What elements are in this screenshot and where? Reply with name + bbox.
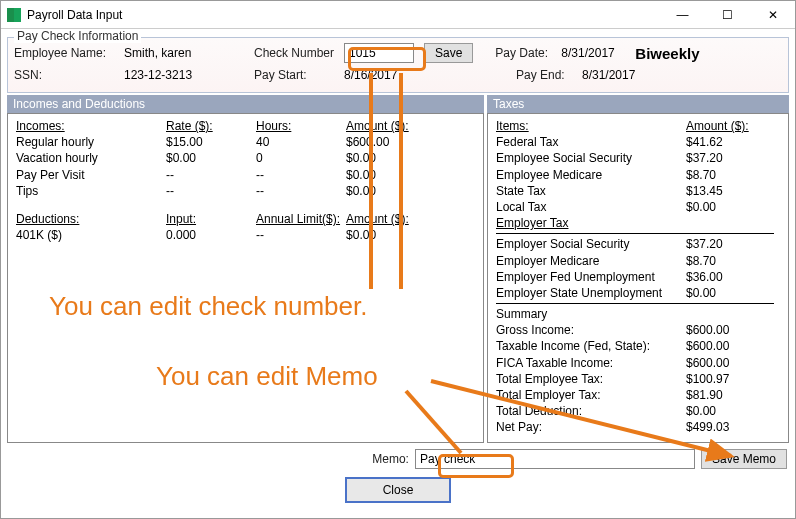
summary-header: Summary — [496, 306, 780, 322]
save-memo-button[interactable]: Save Memo — [701, 449, 787, 469]
deductions-col-input: Input: — [166, 211, 256, 227]
table-row: Local Tax$0.00 — [496, 199, 780, 215]
table-row: 401K ($)0.000--$0.00 — [16, 227, 475, 243]
employee-name-value: Smith, karen — [124, 46, 254, 60]
table-row: State Tax$13.45 — [496, 183, 780, 199]
window-title: Payroll Data Input — [27, 8, 122, 22]
taxes-col-amount: Amount ($): — [686, 118, 780, 134]
table-row: Net Pay:$499.03 — [496, 419, 780, 435]
maximize-button[interactable]: ☐ — [705, 1, 750, 29]
titlebar: Payroll Data Input — ☐ ✕ — [1, 1, 795, 29]
incomes-col-rate: Rate ($): — [166, 118, 256, 134]
section-headers: Incomes and Deductions Taxes — [7, 95, 789, 113]
table-row: Vacation hourly$0.000$0.00 — [16, 150, 475, 166]
incomes-table: Incomes: Rate ($): Hours: Amount ($): Re… — [16, 118, 475, 199]
minimize-button[interactable]: — — [660, 1, 705, 29]
memo-input[interactable] — [415, 449, 695, 469]
memo-row: Memo: Save Memo — [1, 449, 787, 469]
pay-start-value: 8/16/2017 — [344, 68, 516, 82]
memo-label: Memo: — [372, 452, 409, 466]
table-row: Employee Social Security$37.20 — [496, 150, 780, 166]
pay-end-value: 8/31/2017 — [582, 68, 635, 82]
table-row: Total Deduction:$0.00 — [496, 403, 780, 419]
pay-date-label: Pay Date: — [495, 46, 561, 60]
close-window-button[interactable]: ✕ — [750, 1, 795, 29]
ssn-value: 123-12-3213 — [124, 68, 254, 82]
taxes-table: Items: Amount ($): Federal Tax$41.62 Emp… — [496, 118, 780, 436]
save-check-button[interactable]: Save — [424, 43, 473, 63]
check-number-input[interactable] — [344, 43, 414, 63]
close-button[interactable]: Close — [345, 477, 452, 503]
table-row: Employee Medicare$8.70 — [496, 167, 780, 183]
taxes-panel: Items: Amount ($): Federal Tax$41.62 Emp… — [487, 113, 789, 443]
incomes-col-hours: Hours: — [256, 118, 346, 134]
pay-date-value: 8/31/2017 — [561, 46, 635, 60]
table-row: Employer State Unemployment$0.00 — [496, 285, 780, 301]
incomes-col-amount: Amount ($): — [346, 118, 475, 134]
app-icon — [7, 8, 21, 22]
incomes-deductions-panel: Incomes: Rate ($): Hours: Amount ($): Re… — [7, 113, 484, 443]
incomes-deductions-header: Incomes and Deductions — [7, 95, 484, 113]
table-row: Regular hourly$15.0040$600.00 — [16, 134, 475, 150]
table-row: FICA Taxable Income:$600.00 — [496, 355, 780, 371]
table-row: Total Employer Tax:$81.90 — [496, 387, 780, 403]
deductions-col-name: Deductions: — [16, 211, 166, 227]
table-row: Taxable Income (Fed, State):$600.00 — [496, 338, 780, 354]
ssn-label: SSN: — [14, 68, 124, 82]
table-row: Total Employee Tax:$100.97 — [496, 371, 780, 387]
paycheck-info-group: Pay Check Information Employee Name: Smi… — [7, 37, 789, 93]
table-row: Tips----$0.00 — [16, 183, 475, 199]
table-row: Employer Social Security$37.20 — [496, 236, 780, 252]
taxes-col-item: Items: — [496, 118, 686, 134]
pay-end-label: Pay End: — [516, 68, 582, 82]
table-row: Pay Per Visit----$0.00 — [16, 167, 475, 183]
pay-start-label: Pay Start: — [254, 68, 344, 82]
employer-tax-header: Employer Tax — [496, 215, 780, 231]
group-title: Pay Check Information — [14, 29, 141, 43]
table-row: Gross Income:$600.00 — [496, 322, 780, 338]
taxes-header: Taxes — [487, 95, 789, 113]
table-row: Federal Tax$41.62 — [496, 134, 780, 150]
pay-frequency: Biweekly — [635, 45, 699, 62]
check-number-label: Check Number — [254, 46, 344, 60]
deductions-table: Deductions: Input: Annual Limit($): Amou… — [16, 211, 475, 243]
incomes-col-name: Incomes: — [16, 118, 166, 134]
employee-name-label: Employee Name: — [14, 46, 124, 60]
table-row: Employer Medicare$8.70 — [496, 253, 780, 269]
deductions-col-amount: Amount ($): — [346, 211, 475, 227]
deductions-col-limit: Annual Limit($): — [256, 211, 346, 227]
table-row: Employer Fed Unemployment$36.00 — [496, 269, 780, 285]
